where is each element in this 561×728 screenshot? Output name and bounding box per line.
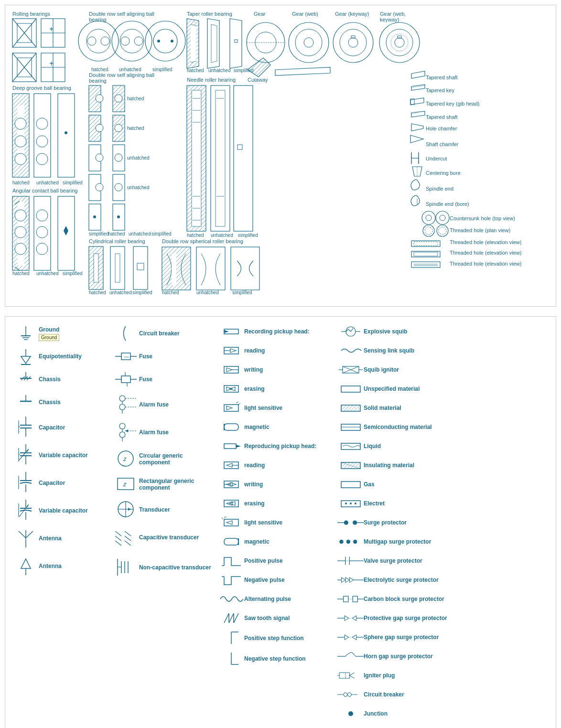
svg-text:unhatched: unhatched — [127, 155, 150, 161]
svg-point-91 — [93, 215, 96, 218]
svg-line-286 — [115, 531, 121, 536]
svg-marker-175 — [411, 111, 425, 117]
svg-point-56 — [101, 37, 109, 45]
svg-point-195 — [440, 215, 445, 221]
svg-marker-218 — [21, 356, 31, 364]
erasing2-label: erasing — [244, 500, 333, 507]
svg-marker-374 — [345, 578, 349, 582]
negative-pulse-item: Negative pulse — [218, 572, 333, 588]
ground-tooltip: Ground — [39, 334, 59, 341]
svg-text:bearing: bearing — [89, 78, 107, 84]
svg-marker-390 — [352, 635, 356, 640]
svg-marker-240 — [27, 449, 29, 452]
solid-material-label: Solid material — [364, 405, 462, 411]
circular-generic-label: Circular generic component — [139, 452, 213, 466]
svg-text:Threaded hole (elevation view): Threaded hole (elevation view) — [450, 250, 521, 256]
svg-rect-312 — [224, 424, 238, 430]
magnetic-item: magnetic — [218, 419, 333, 435]
svg-line-328 — [224, 516, 227, 518]
liquid-label: Liquid — [364, 443, 462, 450]
rectangular-generic-label: Rectangular generic component — [139, 478, 213, 491]
sphere-gap-surge-protector-item: Sphere gap surge protector — [337, 630, 462, 645]
svg-rect-380 — [353, 596, 357, 602]
negative-pulse-label: Negative pulse — [244, 577, 333, 583]
reading2-label: reading — [244, 462, 333, 469]
variable-capacitor-item: Variable capacitor — [12, 443, 108, 467]
protective-gap-surge-protector-label: Protective gap surge protector — [364, 615, 462, 621]
magnetic2-item: magnetic — [218, 534, 333, 549]
svg-rect-330 — [224, 538, 238, 545]
equipotentiality-symbol — [12, 347, 39, 366]
circular-generic-symbol: z — [113, 448, 139, 470]
svg-text:unhatched: unhatched — [196, 290, 219, 295]
junction-symbol — [337, 709, 364, 718]
svg-marker-167 — [411, 71, 425, 78]
svg-marker-113 — [191, 24, 196, 63]
svg-point-73 — [115, 95, 122, 102]
recording-pickup-symbol — [218, 324, 244, 339]
junction-label: Junction — [364, 710, 462, 717]
svg-marker-116 — [207, 19, 219, 68]
svg-text:Countersunk hole (top view): Countersunk hole (top view) — [450, 215, 515, 221]
explosive-squib-label: Explosive squib — [364, 328, 462, 335]
magnetic-symbol — [218, 420, 244, 434]
capacitor-item: Capacitor — [12, 416, 108, 439]
svg-point-161 — [379, 22, 420, 63]
writing-item: writing — [218, 362, 333, 377]
recording-pickup-head-item: Recording pickup head: — [218, 324, 333, 339]
svg-point-361 — [344, 520, 348, 525]
sensing-link-squib-item: Sensing link squib — [337, 343, 462, 358]
protective-gap-surge-protector-symbol — [337, 612, 364, 624]
svg-text:Needle roller bearing: Needle roller bearing — [187, 77, 236, 83]
svg-marker-303 — [227, 368, 232, 372]
capacitive-transducer-label: Capacitive transducer — [139, 534, 213, 541]
svg-point-357 — [345, 503, 347, 504]
svg-text:Gear (web,: Gear (web, — [380, 11, 406, 17]
svg-text:Angular contact ball bearing: Angular contact ball bearing — [12, 188, 77, 193]
alternating-pulse-item: Alternating pulse — [218, 591, 333, 607]
svg-point-273 — [119, 432, 125, 438]
svg-text:unhatched: unhatched — [129, 231, 151, 236]
svg-text:unhatched: unhatched — [109, 290, 132, 295]
svg-point-47 — [36, 226, 48, 238]
writing2-symbol — [218, 477, 244, 492]
svg-text:Gear (keyway): Gear (keyway) — [335, 11, 369, 17]
svg-point-93 — [117, 215, 120, 218]
erasing-item: erasing — [218, 381, 333, 396]
svg-point-365 — [346, 539, 350, 543]
transducer-item: Transducer — [113, 499, 213, 520]
light-sensitive2-symbol — [218, 515, 244, 530]
magnetic-label: magnetic — [244, 424, 333, 430]
svg-marker-327 — [227, 521, 232, 525]
svg-text:simplified: simplified — [63, 180, 83, 185]
non-capacitive-transducer-symbol — [113, 554, 139, 580]
svg-text:Cutaway: Cutaway — [248, 77, 268, 83]
reading-label: reading — [244, 347, 333, 354]
positive-step-label: Positive step function — [244, 635, 333, 642]
svg-point-83 — [115, 154, 122, 161]
svg-line-396 — [349, 673, 354, 675]
junction-item: Junction — [337, 706, 462, 721]
electrolytic-surge-protector-symbol — [337, 574, 364, 586]
svg-text:Tapered shaft: Tapered shaft — [426, 114, 458, 120]
gas-item: Gas — [337, 477, 462, 492]
equipotentiality-item: Equipotentiality — [12, 347, 108, 366]
antenna2-label: Antenna — [39, 563, 108, 569]
svg-point-193 — [426, 215, 432, 221]
svg-line-291 — [125, 541, 131, 546]
alarm-fuse1-item: Alarm fuse — [113, 393, 213, 417]
svg-point-57 — [112, 21, 152, 61]
elec-col-3: Recording pickup head: reading — [216, 324, 335, 725]
protective-gap-surge-protector-item: Protective gap surge protector — [337, 610, 462, 626]
chassis1-item: Chassis — [12, 370, 108, 389]
svg-marker-298 — [224, 330, 229, 333]
svg-rect-100 — [94, 254, 98, 282]
svg-point-88 — [115, 183, 122, 191]
svg-point-55 — [87, 37, 96, 45]
svg-marker-315 — [236, 445, 241, 448]
non-capacitive-transducer-label: Non-capacitive transducer — [139, 564, 213, 571]
antenna2-item: Antenna — [12, 554, 108, 578]
svg-rect-145 — [231, 247, 259, 290]
svg-text:Double row self aligning ball: Double row self aligning ball — [89, 72, 154, 78]
svg-text:—: — — [124, 354, 129, 359]
